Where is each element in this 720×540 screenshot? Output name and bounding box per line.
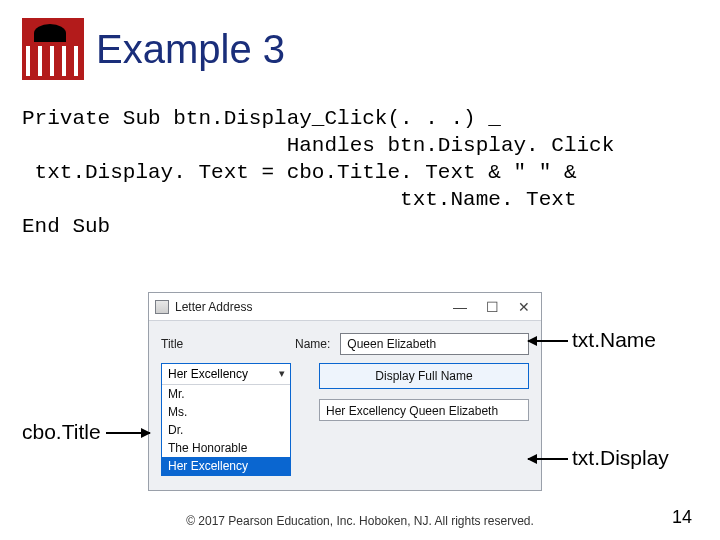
maximize-button[interactable]: ☐	[485, 299, 499, 315]
close-button[interactable]: ✕	[517, 299, 531, 315]
slide-logo	[22, 18, 84, 80]
title-combobox[interactable]: Her Excellency Mr.Ms.Dr.The HonorableHer…	[161, 363, 291, 476]
output-textbox[interactable]: Her Excellency Queen Elizabeth	[319, 399, 529, 421]
arrow-cbotitle	[106, 432, 150, 434]
arrow-txtdisplay	[528, 458, 568, 460]
display-button[interactable]: Display Full Name	[319, 363, 529, 389]
window-title: Letter Address	[175, 300, 252, 314]
combobox-item[interactable]: Her Excellency	[162, 457, 290, 475]
slide-title: Example 3	[96, 27, 285, 72]
window-titlebar: Letter Address — ☐ ✕	[149, 293, 541, 321]
name-label: Name:	[295, 337, 330, 351]
combobox-selected[interactable]: Her Excellency	[162, 364, 290, 385]
annotation-txtname: txt.Name	[572, 328, 656, 352]
copyright-footer: © 2017 Pearson Education, Inc. Hoboken, …	[0, 514, 720, 528]
app-window: Letter Address — ☐ ✕ Title Name: Her Exc…	[148, 292, 542, 491]
arrow-txtname	[528, 340, 568, 342]
minimize-button[interactable]: —	[453, 299, 467, 315]
window-icon	[155, 300, 169, 314]
annotation-txtdisplay: txt.Display	[572, 446, 669, 470]
combobox-item[interactable]: Dr.	[162, 421, 290, 439]
page-number: 14	[672, 507, 692, 528]
code-block: Private Sub btn.Display_Click(. . .) _ H…	[22, 106, 698, 240]
combobox-item[interactable]: The Honorable	[162, 439, 290, 457]
annotation-cbotitle: cbo.Title	[22, 420, 101, 444]
title-label: Title	[161, 337, 205, 351]
combobox-item[interactable]: Mr.	[162, 385, 290, 403]
name-input[interactable]	[340, 333, 529, 355]
combobox-item[interactable]: Ms.	[162, 403, 290, 421]
